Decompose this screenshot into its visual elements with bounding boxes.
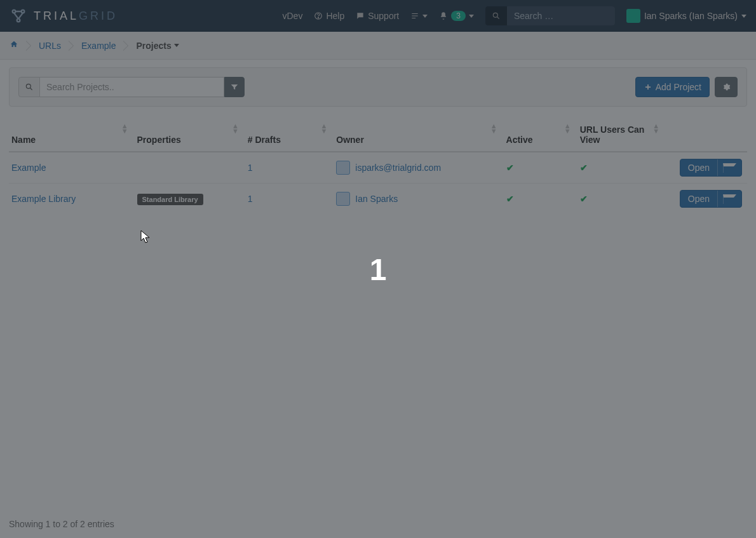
nav-notifications[interactable]: 3 — [439, 11, 474, 21]
table-row: Example 1 isparks@trialgrid.com ✔ ✔ Open — [9, 152, 747, 184]
caret-down-icon — [741, 15, 746, 18]
check-icon: ✔ — [506, 163, 514, 173]
breadcrumb-separator — [26, 41, 31, 51]
sort-icon: ▲▼ — [564, 123, 571, 133]
avatar-icon — [336, 161, 350, 175]
global-search — [485, 6, 615, 25]
user-name: Ian Sparks (Ian Sparks) — [644, 11, 738, 21]
project-search-addon — [18, 77, 40, 97]
gear-icon — [722, 83, 731, 91]
avatar-icon — [336, 192, 350, 206]
breadcrumb: URLs Example Projects — [0, 32, 756, 60]
properties-cell — [135, 152, 245, 184]
user-menu[interactable]: Ian Sparks (Ian Sparks) — [626, 9, 746, 23]
nav-help[interactable]: Help — [314, 11, 344, 21]
breadcrumb-urls[interactable]: URLs — [39, 41, 61, 51]
project-search-input[interactable] — [40, 77, 224, 97]
col-owner[interactable]: Owner▲▼ — [334, 118, 503, 152]
breadcrumb-home[interactable] — [10, 40, 18, 51]
search-icon — [492, 11, 501, 20]
nav-list-dropdown[interactable] — [410, 11, 428, 20]
brand-logo[interactable]: TRIALGRID — [10, 7, 118, 25]
nav-vdev[interactable]: vDev — [283, 11, 303, 21]
sort-icon: ▲▼ — [490, 123, 497, 133]
list-icon — [410, 11, 419, 20]
project-name-link[interactable]: Example — [11, 163, 46, 173]
search-button[interactable] — [485, 6, 507, 25]
check-icon: ✔ — [580, 194, 588, 204]
projects-table: Name▲▼ Properties▲▼ # Drafts▲▼ Owner▲▼ A… — [9, 118, 747, 214]
col-name[interactable]: Name▲▼ — [9, 118, 135, 152]
property-tag: Standard Library — [137, 194, 203, 205]
settings-button[interactable] — [715, 77, 738, 97]
open-button[interactable]: Open — [680, 190, 742, 208]
filter-button[interactable] — [224, 77, 245, 97]
chat-icon — [356, 11, 365, 20]
check-icon: ✔ — [506, 194, 514, 204]
home-icon — [10, 40, 18, 49]
breadcrumb-separator — [69, 41, 74, 51]
bell-icon — [439, 11, 448, 20]
brand-text-a: TRIAL — [34, 10, 79, 22]
notification-count: 3 — [451, 11, 466, 21]
owner-cell[interactable]: isparks@trialgrid.com — [336, 161, 498, 175]
open-dropdown-toggle[interactable] — [717, 159, 741, 176]
sort-icon: ▲▼ — [320, 123, 327, 133]
col-drafts[interactable]: # Drafts▲▼ — [245, 118, 334, 152]
col-urlusers[interactable]: URL Users Can View▲▼ — [577, 118, 666, 152]
drafts-link[interactable]: 1 — [248, 194, 253, 204]
open-dropdown-toggle[interactable] — [717, 191, 741, 207]
svg-point-5 — [493, 13, 497, 17]
caret-down-icon — [422, 15, 428, 18]
add-project-button[interactable]: Add Project — [635, 77, 710, 97]
plus-icon — [644, 83, 652, 91]
open-button[interactable]: Open — [680, 159, 742, 177]
caret-down-icon — [723, 163, 736, 173]
search-icon — [25, 83, 34, 91]
caret-down-icon — [174, 44, 179, 47]
breadcrumb-example[interactable]: Example — [81, 41, 116, 51]
table-footer-info: Showing 1 to 2 of 2 entries — [9, 519, 114, 529]
help-icon — [314, 11, 323, 20]
project-name-link[interactable]: Example Library — [11, 194, 76, 204]
project-toolbar: Add Project — [9, 67, 747, 107]
svg-point-4 — [318, 17, 319, 18]
sort-icon: ▲▼ — [652, 123, 659, 133]
global-search-input[interactable] — [507, 6, 615, 25]
nav-support[interactable]: Support — [356, 11, 399, 21]
col-properties[interactable]: Properties▲▼ — [135, 118, 245, 152]
logo-icon — [10, 7, 27, 25]
check-icon: ✔ — [580, 163, 588, 173]
col-active[interactable]: Active▲▼ — [504, 118, 577, 152]
avatar-icon — [626, 9, 640, 23]
overlay-step-number: 1 — [370, 252, 387, 286]
svg-point-6 — [26, 84, 30, 88]
breadcrumb-projects[interactable]: Projects — [136, 41, 179, 51]
brand-text-b: GRID — [79, 10, 118, 22]
table-row: Example Library Standard Library 1 Ian S… — [9, 184, 747, 215]
owner-cell[interactable]: Ian Sparks — [336, 192, 498, 206]
filter-icon — [230, 83, 239, 91]
svg-point-2 — [17, 19, 20, 22]
caret-down-icon — [723, 194, 736, 204]
caret-down-icon — [469, 15, 474, 18]
drafts-link[interactable]: 1 — [248, 163, 253, 173]
sort-icon: ▲▼ — [232, 123, 239, 133]
sort-icon: ▲▼ — [121, 123, 128, 133]
breadcrumb-separator — [123, 41, 128, 51]
